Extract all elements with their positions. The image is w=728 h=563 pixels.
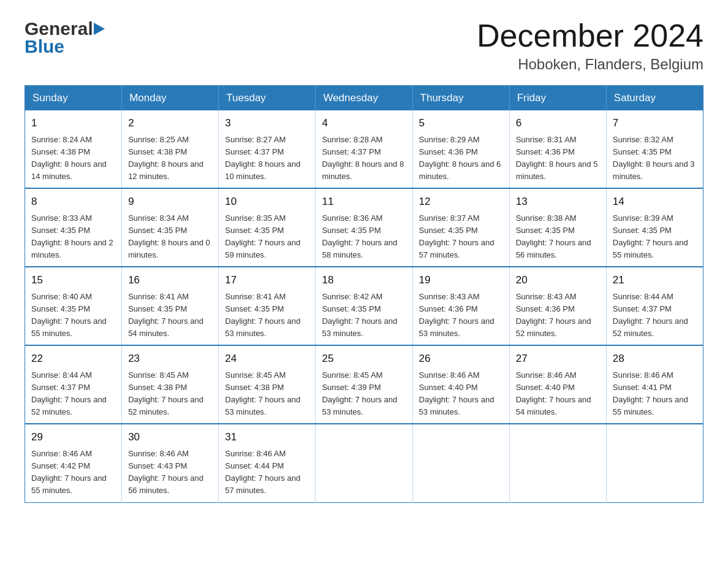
calendar-week-row: 29 Sunrise: 8:46 AM Sunset: 4:42 PM Dayl…: [25, 424, 703, 502]
day-info: Sunrise: 8:40 AM Sunset: 4:35 PM Dayligh…: [31, 291, 115, 340]
calendar-cell: 12 Sunrise: 8:37 AM Sunset: 4:35 PM Dayl…: [412, 188, 509, 267]
logo-blue-text: Blue: [25, 36, 105, 57]
day-number: 27: [516, 351, 600, 367]
day-info: Sunrise: 8:46 AM Sunset: 4:41 PM Dayligh…: [613, 369, 697, 419]
calendar-table: SundayMondayTuesdayWednesdayThursdayFrid…: [25, 85, 703, 502]
day-number: 6: [516, 115, 600, 131]
calendar-cell: 4 Sunrise: 8:28 AM Sunset: 4:37 PM Dayli…: [316, 110, 412, 188]
day-info: Sunrise: 8:46 AM Sunset: 4:43 PM Dayligh…: [128, 448, 212, 497]
calendar-cell: 28 Sunrise: 8:46 AM Sunset: 4:41 PM Dayl…: [606, 345, 703, 424]
day-info: Sunrise: 8:33 AM Sunset: 4:35 PM Dayligh…: [31, 212, 115, 262]
day-info: Sunrise: 8:39 AM Sunset: 4:35 PM Dayligh…: [613, 212, 697, 262]
calendar-cell: 9 Sunrise: 8:34 AM Sunset: 4:35 PM Dayli…: [122, 188, 219, 267]
calendar-cell: 2 Sunrise: 8:25 AM Sunset: 4:38 PM Dayli…: [122, 110, 219, 188]
day-number: 7: [613, 115, 697, 131]
calendar-cell: 11 Sunrise: 8:36 AM Sunset: 4:35 PM Dayl…: [316, 188, 412, 267]
calendar-cell: 30 Sunrise: 8:46 AM Sunset: 4:43 PM Dayl…: [122, 424, 219, 502]
day-info: Sunrise: 8:45 AM Sunset: 4:39 PM Dayligh…: [322, 369, 406, 419]
calendar-cell: 8 Sunrise: 8:33 AM Sunset: 4:35 PM Dayli…: [25, 188, 122, 267]
day-number: 12: [419, 194, 503, 210]
day-number: 20: [516, 272, 600, 288]
calendar-week-row: 1 Sunrise: 8:24 AM Sunset: 4:38 PM Dayli…: [25, 110, 703, 188]
day-number: 21: [613, 272, 697, 288]
calendar-cell: 23 Sunrise: 8:45 AM Sunset: 4:38 PM Dayl…: [122, 345, 219, 424]
calendar-cell: 19 Sunrise: 8:43 AM Sunset: 4:36 PM Dayl…: [412, 267, 509, 345]
day-info: Sunrise: 8:41 AM Sunset: 4:35 PM Dayligh…: [128, 291, 212, 340]
calendar-week-row: 8 Sunrise: 8:33 AM Sunset: 4:35 PM Dayli…: [25, 188, 703, 267]
calendar-header-wednesday: Wednesday: [316, 86, 412, 111]
calendar-header-thursday: Thursday: [412, 86, 509, 111]
day-number: 14: [613, 194, 697, 210]
calendar-cell: 25 Sunrise: 8:45 AM Sunset: 4:39 PM Dayl…: [316, 345, 412, 424]
calendar-cell: 21 Sunrise: 8:44 AM Sunset: 4:37 PM Dayl…: [606, 267, 703, 345]
calendar-week-row: 22 Sunrise: 8:44 AM Sunset: 4:37 PM Dayl…: [25, 345, 703, 424]
day-number: 10: [225, 194, 309, 210]
day-number: 18: [322, 272, 406, 288]
calendar-cell: [316, 424, 412, 502]
calendar-cell: 5 Sunrise: 8:29 AM Sunset: 4:36 PM Dayli…: [412, 110, 509, 188]
day-number: 19: [419, 272, 503, 288]
day-number: 25: [322, 351, 406, 367]
day-info: Sunrise: 8:45 AM Sunset: 4:38 PM Dayligh…: [128, 369, 212, 419]
calendar-cell: 17 Sunrise: 8:41 AM Sunset: 4:35 PM Dayl…: [219, 267, 316, 345]
calendar-cell: 3 Sunrise: 8:27 AM Sunset: 4:37 PM Dayli…: [219, 110, 316, 188]
day-number: 11: [322, 194, 406, 210]
svg-marker-0: [94, 23, 105, 35]
calendar-cell: 26 Sunrise: 8:46 AM Sunset: 4:40 PM Dayl…: [412, 345, 509, 424]
day-info: Sunrise: 8:27 AM Sunset: 4:37 PM Dayligh…: [225, 134, 309, 183]
day-info: Sunrise: 8:45 AM Sunset: 4:38 PM Dayligh…: [225, 369, 309, 419]
day-number: 30: [128, 429, 212, 445]
day-number: 15: [31, 272, 115, 288]
calendar-cell: 6 Sunrise: 8:31 AM Sunset: 4:36 PM Dayli…: [509, 110, 606, 188]
calendar-cell: 31 Sunrise: 8:46 AM Sunset: 4:44 PM Dayl…: [219, 424, 316, 502]
day-info: Sunrise: 8:43 AM Sunset: 4:36 PM Dayligh…: [419, 291, 503, 340]
calendar-cell: [509, 424, 606, 502]
day-info: Sunrise: 8:24 AM Sunset: 4:38 PM Dayligh…: [31, 134, 115, 183]
day-number: 29: [31, 429, 115, 445]
day-info: Sunrise: 8:32 AM Sunset: 4:35 PM Dayligh…: [613, 134, 697, 183]
day-number: 9: [128, 194, 212, 210]
day-info: Sunrise: 8:44 AM Sunset: 4:37 PM Dayligh…: [613, 291, 697, 340]
calendar-header-row: SundayMondayTuesdayWednesdayThursdayFrid…: [25, 86, 703, 111]
day-number: 5: [419, 115, 503, 131]
day-number: 16: [128, 272, 212, 288]
day-info: Sunrise: 8:46 AM Sunset: 4:44 PM Dayligh…: [225, 448, 309, 497]
logo: General Blue: [25, 18, 105, 57]
day-number: 28: [613, 351, 697, 367]
calendar-cell: 27 Sunrise: 8:46 AM Sunset: 4:40 PM Dayl…: [509, 345, 606, 424]
day-info: Sunrise: 8:44 AM Sunset: 4:37 PM Dayligh…: [31, 369, 115, 419]
day-number: 22: [31, 351, 115, 367]
calendar-header-tuesday: Tuesday: [219, 86, 316, 111]
calendar-cell: 16 Sunrise: 8:41 AM Sunset: 4:35 PM Dayl…: [122, 267, 219, 345]
day-info: Sunrise: 8:31 AM Sunset: 4:36 PM Dayligh…: [516, 134, 600, 183]
day-info: Sunrise: 8:35 AM Sunset: 4:35 PM Dayligh…: [225, 212, 309, 262]
calendar-header-sunday: Sunday: [25, 86, 122, 111]
day-info: Sunrise: 8:46 AM Sunset: 4:40 PM Dayligh…: [516, 369, 600, 419]
day-info: Sunrise: 8:42 AM Sunset: 4:35 PM Dayligh…: [322, 291, 406, 340]
calendar-cell: 14 Sunrise: 8:39 AM Sunset: 4:35 PM Dayl…: [606, 188, 703, 267]
day-info: Sunrise: 8:38 AM Sunset: 4:35 PM Dayligh…: [516, 212, 600, 262]
calendar-header-friday: Friday: [509, 86, 606, 111]
calendar-cell: 10 Sunrise: 8:35 AM Sunset: 4:35 PM Dayl…: [219, 188, 316, 267]
day-number: 1: [31, 115, 115, 131]
title-block: December 2024 Hoboken, Flanders, Belgium: [477, 18, 703, 73]
day-number: 8: [31, 194, 115, 210]
day-number: 4: [322, 115, 406, 131]
day-number: 31: [225, 429, 309, 445]
calendar-cell: [412, 424, 509, 502]
calendar-cell: 22 Sunrise: 8:44 AM Sunset: 4:37 PM Dayl…: [25, 345, 122, 424]
calendar-cell: 18 Sunrise: 8:42 AM Sunset: 4:35 PM Dayl…: [316, 267, 412, 345]
day-info: Sunrise: 8:46 AM Sunset: 4:42 PM Dayligh…: [31, 448, 115, 497]
calendar-cell: [606, 424, 703, 502]
location-subtitle: Hoboken, Flanders, Belgium: [477, 56, 703, 73]
day-number: 17: [225, 272, 309, 288]
calendar-cell: 7 Sunrise: 8:32 AM Sunset: 4:35 PM Dayli…: [606, 110, 703, 188]
day-number: 23: [128, 351, 212, 367]
calendar-header-monday: Monday: [122, 86, 219, 111]
day-info: Sunrise: 8:25 AM Sunset: 4:38 PM Dayligh…: [128, 134, 212, 183]
calendar-week-row: 15 Sunrise: 8:40 AM Sunset: 4:35 PM Dayl…: [25, 267, 703, 345]
calendar-cell: 13 Sunrise: 8:38 AM Sunset: 4:35 PM Dayl…: [509, 188, 606, 267]
month-title: December 2024: [477, 18, 703, 53]
day-number: 2: [128, 115, 212, 131]
day-number: 13: [516, 194, 600, 210]
